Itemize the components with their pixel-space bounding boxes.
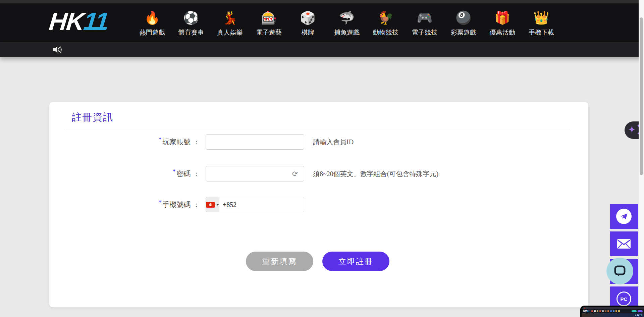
mini-nav-icon: [597, 310, 598, 312]
mini-nav-icon: [602, 310, 604, 312]
main-navbar: HK11 🔥熱門遊戲⚽體育賽事💃真人娛樂🎰電子遊藝🎲棋牌🦈捕魚遊戲🐓動物競技🎮電…: [0, 3, 644, 42]
nav-item-lottery[interactable]: 🎱彩票遊戲: [444, 7, 483, 37]
nav-item-promotions[interactable]: 🎁優惠活動: [483, 7, 522, 37]
reset-button[interactable]: 重新填寫: [246, 252, 313, 271]
mini-nav-icon: [618, 310, 620, 312]
nav-item-hot-games[interactable]: 🔥熱門遊戲: [133, 7, 172, 37]
mini-navbar: HK11: [582, 309, 644, 313]
rooster-icon: 🐓: [366, 9, 405, 26]
nav-item-label: 捕魚遊戲: [327, 28, 366, 37]
crown-icon: 👑: [522, 9, 561, 26]
telegram-icon: [616, 209, 632, 224]
gamepad-icon: 🎮: [405, 9, 444, 26]
hong-kong-flag-icon: ✽: [206, 202, 215, 208]
soccer-ball-icon: ⚽: [172, 9, 211, 26]
mini-nav-icon: [599, 310, 601, 312]
required-asterisk: *: [158, 136, 162, 143]
nav-item-label: 動物競技: [366, 28, 405, 37]
mini-preview-window[interactable]: HK11 HK11: [580, 306, 644, 317]
speaker-icon: [53, 46, 62, 54]
mini-nav-icon: [610, 310, 612, 312]
nav-item-esports[interactable]: 🎮電子競技: [405, 7, 444, 37]
telegram-button[interactable]: [610, 204, 638, 229]
nav-item-sports[interactable]: ⚽體育賽事: [172, 7, 211, 37]
required-asterisk: *: [158, 199, 162, 206]
dice-icon: 🎲: [288, 9, 327, 26]
nav-item-fishing[interactable]: 🦈捕魚遊戲: [327, 7, 366, 37]
hk11-logo[interactable]: HK11: [48, 8, 110, 35]
mini-nav-icon: [605, 310, 606, 312]
title-divider: [66, 129, 569, 129]
account-label: *玩家帳號:: [49, 134, 197, 150]
nav-item-label: 熱門遊戲: [133, 28, 172, 37]
registration-card: 註冊資訊 *玩家帳號: 請輸入會員ID *密碼: ⟳ 須8~20個英文、數字組合…: [49, 102, 588, 307]
nav-item-label: 體育賽事: [172, 28, 211, 37]
nav-item-card-games[interactable]: 🎲棋牌: [288, 7, 327, 37]
mini-nav-icon: [615, 310, 617, 312]
mini-nav-icons: [591, 310, 631, 312]
email-icon: [617, 239, 631, 249]
mini-hero-banner: HK11: [582, 313, 644, 317]
record-dot-icon: [584, 308, 585, 309]
chevron-down-icon: [216, 204, 219, 206]
mini-nav-icon: [613, 310, 614, 312]
slot-machine-icon: 🎰: [250, 9, 288, 26]
password-label: *密碼:: [49, 166, 197, 181]
form-buttons-row: 重新填寫 立即註冊: [49, 252, 588, 271]
pc-service-icon: PC: [616, 292, 631, 306]
nav-item-label: 電子競技: [405, 28, 444, 37]
email-button[interactable]: [610, 231, 638, 256]
mini-register-pill: [638, 310, 643, 312]
mini-hero-logo: HK11: [635, 314, 642, 317]
register-button[interactable]: 立即註冊: [322, 252, 389, 271]
shark-icon: 🦈: [327, 9, 366, 26]
phone-number-input[interactable]: [219, 197, 304, 212]
nav-item-label: 棋牌: [288, 28, 327, 37]
mini-nav-icon: [591, 310, 593, 312]
top-strip: [0, 0, 644, 3]
required-asterisk: *: [172, 168, 176, 175]
lottery-ball-icon: 🎱: [444, 9, 483, 26]
nav-item-label: 真人娛樂: [211, 28, 250, 37]
nav-item-label: 優惠活動: [483, 28, 522, 37]
account-input[interactable]: [206, 134, 304, 150]
mini-nav-icon: [594, 310, 596, 312]
scrollbar-thumb[interactable]: [640, 17, 643, 175]
nav-item-animal-racing[interactable]: 🐓動物競技: [366, 7, 405, 37]
nav-item-app-download[interactable]: 👑手機下載: [522, 7, 561, 37]
live-dealer-icon: 💃: [211, 9, 250, 26]
password-input[interactable]: [206, 166, 304, 181]
nav-item-slots[interactable]: 🎰電子遊藝: [250, 7, 288, 37]
mini-nav-icon: [607, 310, 609, 312]
livechat-button[interactable]: [606, 258, 633, 284]
gift-icon: 🎁: [483, 9, 522, 26]
mini-login-pill: [632, 310, 637, 312]
phone-input-group: ✽: [206, 197, 304, 212]
country-code-select[interactable]: ✽: [206, 197, 219, 212]
account-hint: 請輸入會員ID: [313, 134, 354, 150]
password-hint: 須8~20個英文、數字組合(可包含特殊字元): [313, 166, 438, 181]
nav-item-live-casino[interactable]: 💃真人娛樂: [211, 7, 250, 37]
page-scrollbar: [639, 0, 644, 317]
sparkle-icon: ✦: [628, 124, 636, 135]
nav-list: 🔥熱門遊戲⚽體育賽事💃真人娛樂🎰電子遊藝🎲棋牌🦈捕魚遊戲🐓動物競技🎮電子競技🎱彩…: [133, 7, 561, 37]
mini-hk11-logo: HK11: [583, 310, 590, 313]
fire-icon: 🔥: [133, 9, 172, 26]
logo-hk-text: HK: [48, 7, 86, 35]
announcement-bar: [0, 42, 644, 57]
nav-item-label: 手機下載: [522, 28, 561, 37]
page-title: 註冊資訊: [72, 111, 113, 124]
chat-bubble-icon: [614, 265, 626, 277]
nav-item-label: 彩票遊戲: [444, 28, 483, 37]
nav-item-label: 電子遊藝: [250, 28, 288, 37]
phone-label: *手機號碼:: [49, 197, 197, 212]
logo-11-text: 11: [83, 7, 110, 35]
